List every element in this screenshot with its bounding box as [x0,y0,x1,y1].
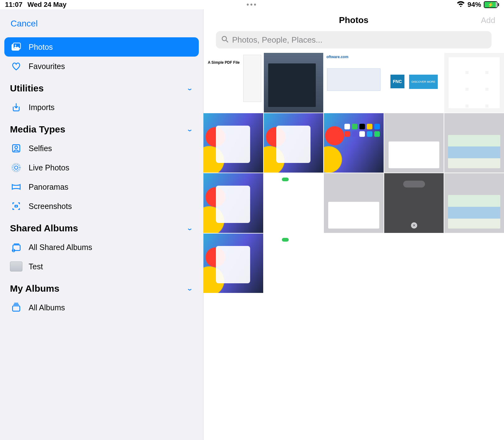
sidebar-item-label: Selfies [29,144,52,153]
sidebar-item-test[interactable]: Test [4,257,199,276]
page-title: Photos [339,15,369,25]
sidebar: Cancel Photos Favourites Utilities ⌄ Imp… [0,9,203,440]
section-label: Utilities [10,83,44,94]
sidebar-item-panoramas[interactable]: Panoramas [4,177,199,197]
photo-thumbnail[interactable] [264,173,324,233]
photo-thumbnail[interactable] [444,113,504,173]
photo-thumbnail[interactable] [324,113,384,173]
svg-point-2 [15,45,16,46]
battery-percent: 94% [467,1,481,9]
status-time: 11:07 [5,1,22,9]
photo-thumbnail[interactable] [264,234,324,293]
sidebar-item-label: All Shared Albums [29,243,92,252]
search-input[interactable] [232,35,487,45]
section-utilities[interactable]: Utilities ⌄ [4,79,199,98]
multitask-dots-icon[interactable]: ••• [246,2,257,7]
header: Photos Add [203,9,504,31]
sidebar-item-label: Photos [29,43,53,52]
panorama-icon [10,182,22,192]
svg-point-9 [16,206,17,207]
photo-thumbnail[interactable] [264,53,324,113]
chevron-down-icon: ⌄ [186,225,193,232]
svg-rect-13 [12,306,20,311]
sidebar-item-favourites[interactable]: Favourites [4,57,199,76]
sidebar-item-label: Screenshots [29,202,72,211]
photo-thumbnail[interactable] [384,173,444,233]
photo-thumbnail[interactable] [264,113,324,173]
sidebar-item-label: Live Photos [29,163,69,172]
svg-point-14 [222,36,226,41]
sidebar-item-label: Panoramas [29,183,68,192]
photo-thumbnail[interactable] [444,173,504,233]
photo-thumbnail[interactable] [384,53,444,113]
albums-icon [10,302,22,313]
chevron-down-icon: ⌄ [186,285,193,292]
svg-point-12 [13,249,14,250]
photo-thumbnail[interactable] [324,173,384,233]
sidebar-item-selfies[interactable]: Selfies [4,139,199,158]
photo-thumbnail[interactable] [203,173,263,233]
shared-album-icon [10,242,22,252]
section-label: Media Types [10,124,65,135]
sidebar-item-label: All Albums [29,303,65,312]
heart-icon [10,61,22,72]
section-shared-albums[interactable]: Shared Albums ⌄ [4,219,199,238]
photo-thumbnail[interactable] [384,113,444,173]
sidebar-item-label: Test [29,262,43,271]
cancel-button[interactable]: Cancel [4,14,199,37]
chevron-down-icon: ⌄ [186,126,193,133]
battery-icon: ⚡ [484,1,499,8]
photo-thumbnail[interactable] [203,113,263,173]
photo-thumbnail[interactable] [324,53,384,113]
sidebar-item-all-albums[interactable]: All Albums [4,298,199,317]
photo-thumbnail[interactable] [444,53,504,113]
chevron-down-icon: ⌄ [186,85,193,92]
sidebar-item-screenshots[interactable]: Screenshots [4,197,199,216]
sidebar-item-label: Favourites [29,62,65,71]
status-date: Wed 24 May [27,1,67,9]
wifi-icon [457,1,465,9]
status-bar: 11:07 Wed 24 May ••• 94% ⚡ [0,0,504,9]
photo-thumbnail[interactable] [203,234,263,293]
photos-icon [10,42,22,52]
sidebar-item-photos[interactable]: Photos [4,37,199,57]
live-photo-icon [10,162,22,173]
import-icon [10,102,22,113]
album-thumbnail [10,262,22,271]
selfie-icon [10,143,22,154]
sidebar-item-all-shared-albums[interactable]: All Shared Albums [4,238,199,257]
search-icon [221,35,229,44]
section-label: My Albums [10,283,59,294]
sidebar-item-imports[interactable]: Imports [4,98,199,117]
photo-grid [203,53,504,293]
main-panel: Photos Add [203,9,504,440]
section-media-types[interactable]: Media Types ⌄ [4,120,199,139]
sidebar-item-label: Imports [29,103,54,112]
search-field[interactable] [216,31,492,49]
screenshot-icon [10,201,22,211]
add-button[interactable]: Add [481,16,495,25]
svg-point-4 [15,146,18,149]
section-my-albums[interactable]: My Albums ⌄ [4,279,199,298]
svg-point-5 [15,166,18,169]
photo-thumbnail[interactable] [203,53,263,113]
section-label: Shared Albums [10,223,78,234]
sidebar-item-live-photos[interactable]: Live Photos [4,158,199,177]
svg-point-6 [13,164,19,171]
